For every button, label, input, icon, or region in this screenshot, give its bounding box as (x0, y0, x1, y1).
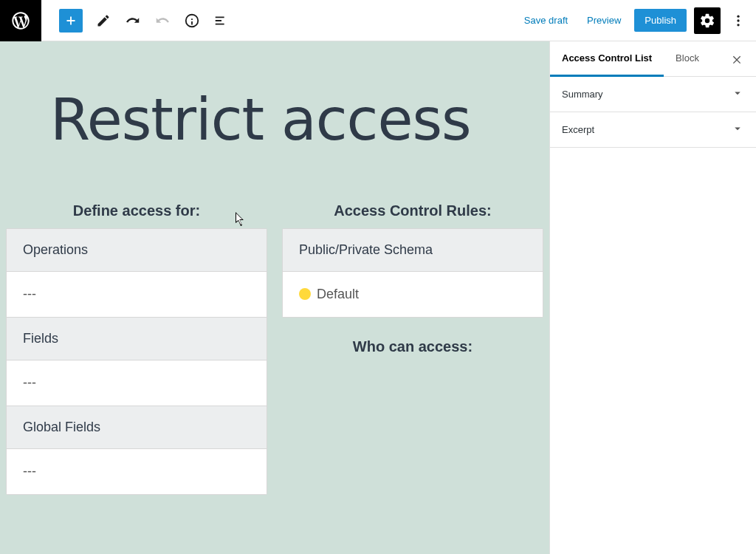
section-value-fields[interactable]: --- (7, 360, 267, 406)
rule-header[interactable]: Public/Private Schema (283, 229, 543, 272)
list-view-icon (213, 13, 230, 29)
wordpress-icon (10, 10, 31, 31)
access-rules-heading: Access Control Rules: (282, 202, 543, 219)
editor-topbar: Save draft Preview Publish (0, 0, 756, 41)
acl-columns: Define access for: Operations --- Fields… (6, 202, 543, 495)
sidebar-tabs: Access Control List Block (550, 41, 756, 77)
editor-canvas[interactable]: Restrict access Define access for: Opera… (0, 41, 549, 554)
preview-button[interactable]: Preview (578, 9, 630, 32)
panel-summary-label: Summary (562, 89, 603, 100)
close-icon (731, 53, 743, 65)
svg-point-2 (737, 24, 739, 26)
who-can-access-heading: Who can access: (282, 338, 543, 355)
section-value-global-fields[interactable]: --- (7, 449, 267, 494)
panel-excerpt-label: Excerpt (562, 124, 594, 135)
tools-button[interactable] (90, 7, 117, 34)
redo-button[interactable] (149, 7, 176, 34)
section-header-global-fields[interactable]: Global Fields (7, 406, 267, 449)
more-options-button[interactable] (725, 7, 752, 34)
info-button[interactable] (179, 7, 205, 34)
svg-point-1 (737, 19, 739, 21)
add-block-button[interactable] (59, 9, 83, 33)
panel-excerpt[interactable]: Excerpt (550, 112, 756, 148)
wordpress-logo-button[interactable] (0, 0, 41, 41)
panel-summary[interactable]: Summary (550, 77, 756, 112)
pencil-icon (96, 13, 111, 28)
close-sidebar-button[interactable] (724, 46, 750, 72)
define-access-heading: Define access for: (6, 202, 267, 219)
plus-icon (63, 13, 79, 29)
rule-value-label: Default (317, 287, 359, 301)
workspace: Restrict access Define access for: Opera… (0, 41, 756, 554)
section-value-operations[interactable]: --- (7, 272, 267, 318)
redo-icon (154, 13, 171, 29)
settings-sidebar: Access Control List Block Summary Excerp… (549, 41, 756, 554)
tab-block[interactable]: Block (664, 41, 711, 77)
section-header-operations[interactable]: Operations (7, 229, 267, 272)
toolbar-left (41, 7, 235, 34)
settings-button[interactable] (694, 7, 721, 34)
tab-acl[interactable]: Access Control List (550, 41, 664, 77)
publish-button[interactable]: Publish (634, 9, 687, 32)
info-icon (184, 13, 200, 29)
toolbar-right: Save draft Preview Publish (515, 7, 756, 34)
chevron-down-icon (731, 86, 744, 102)
rule-value[interactable]: Default (283, 272, 543, 317)
undo-icon (125, 13, 141, 29)
list-view-button[interactable] (208, 7, 235, 34)
undo-button[interactable] (120, 7, 146, 34)
kebab-icon (731, 13, 746, 28)
save-draft-button[interactable]: Save draft (515, 9, 577, 32)
chevron-down-icon (731, 122, 744, 137)
default-indicator-icon (299, 288, 311, 300)
access-rules-column: Access Control Rules: Public/Private Sch… (282, 202, 543, 495)
svg-point-0 (737, 15, 739, 17)
page-title[interactable]: Restrict access (50, 89, 543, 152)
define-access-card[interactable]: Operations --- Fields --- Global Fields … (6, 228, 267, 495)
section-header-fields[interactable]: Fields (7, 318, 267, 360)
gear-icon (699, 13, 715, 29)
define-access-column: Define access for: Operations --- Fields… (6, 202, 267, 495)
access-rules-card[interactable]: Public/Private Schema Default (282, 228, 543, 318)
